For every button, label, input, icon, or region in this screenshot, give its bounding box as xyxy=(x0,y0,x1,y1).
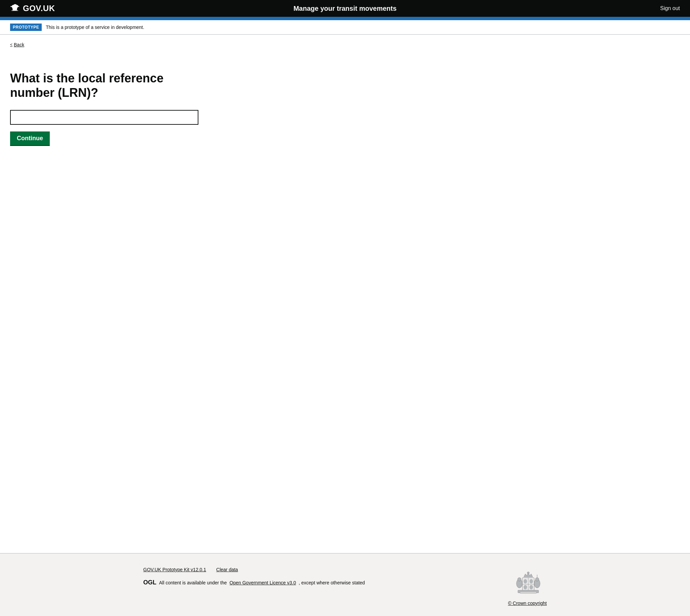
service-name: Manage your transit movements xyxy=(293,5,397,13)
site-header: GOV.UK Manage your transit movements Sig… xyxy=(0,0,690,20)
svg-point-9 xyxy=(527,572,529,574)
licence-text-before: All content is available under the xyxy=(159,580,227,586)
licence-text-after: , except where otherwise stated xyxy=(298,580,365,586)
govuk-logo-text: GOV.UK xyxy=(23,4,55,13)
back-link-label: Back xyxy=(14,42,24,47)
crown-crest-icon xyxy=(510,567,547,597)
prototype-tag: PROTOTYPE xyxy=(10,24,42,31)
clear-data-link[interactable]: Clear data xyxy=(216,567,238,572)
crown-copyright-link[interactable]: © Crown copyright xyxy=(508,600,547,606)
site-footer: GOV.UK Prototype Kit v12.0.1 Clear data … xyxy=(0,553,690,616)
back-link[interactable]: < Back xyxy=(10,42,24,47)
page-heading: What is the local reference number (LRN)… xyxy=(10,71,198,100)
lrn-form: Continue xyxy=(10,110,313,145)
phase-banner: PROTOTYPE This is a prototype of a servi… xyxy=(0,20,690,35)
svg-point-6 xyxy=(524,585,527,590)
svg-point-11 xyxy=(517,578,521,581)
svg-rect-0 xyxy=(12,10,18,11)
svg-point-13 xyxy=(535,578,539,581)
svg-rect-16 xyxy=(520,592,536,593)
footer-right: © Crown copyright xyxy=(508,567,547,606)
ogl-logo: OGL xyxy=(143,579,156,586)
lrn-input[interactable] xyxy=(10,110,198,125)
govuk-logo[interactable]: GOV.UK xyxy=(10,3,55,14)
sign-out-link[interactable]: Sign out xyxy=(660,5,680,12)
back-chevron-icon: < xyxy=(10,42,13,47)
svg-point-5 xyxy=(530,579,533,584)
footer-left: GOV.UK Prototype Kit v12.0.1 Clear data … xyxy=(143,567,508,586)
continue-button[interactable]: Continue xyxy=(10,131,50,145)
main-wrapper: < Back What is the local reference numbe… xyxy=(0,35,323,166)
footer-inner: GOV.UK Prototype Kit v12.0.1 Clear data … xyxy=(143,567,547,606)
svg-point-7 xyxy=(530,585,533,590)
lrn-form-group xyxy=(10,110,313,125)
phase-banner-text: This is a prototype of a service in deve… xyxy=(46,25,144,30)
licence-link[interactable]: Open Government Licence v3.0 xyxy=(230,580,296,586)
main-content: < Back What is the local reference numbe… xyxy=(0,35,690,166)
svg-point-4 xyxy=(524,579,527,584)
footer-links: GOV.UK Prototype Kit v12.0.1 Clear data xyxy=(143,567,508,572)
crown-icon xyxy=(10,3,20,14)
footer-meta-text: OGL All content is available under the O… xyxy=(143,579,508,586)
prototype-kit-link[interactable]: GOV.UK Prototype Kit v12.0.1 xyxy=(143,567,206,572)
